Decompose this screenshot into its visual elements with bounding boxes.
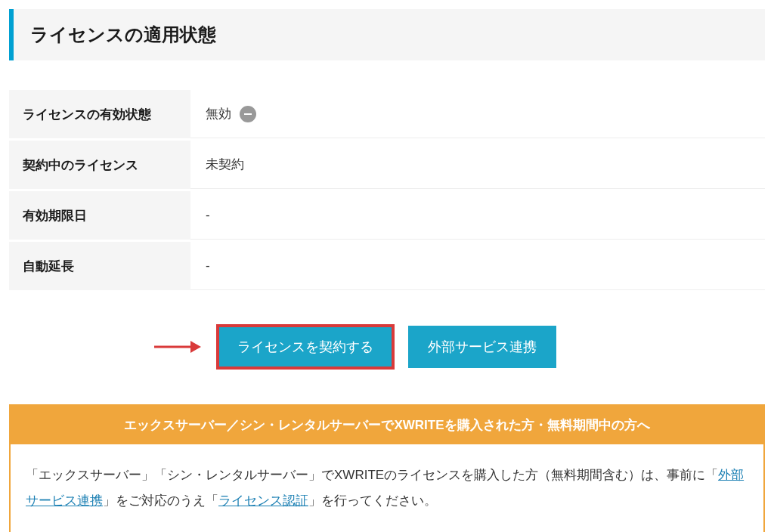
license-auth-link[interactable]: ライセンス認証 <box>218 493 308 508</box>
notice-header: エックスサーバー／シン・レンタルサーバーでXWRITEを購入された方・無料期間中… <box>11 406 763 444</box>
notice-text: 「エックスサーバー」「シン・レンタルサーバー」でXWRITEのライセンスを購入し… <box>26 468 718 482</box>
notice-box: エックスサーバー／シン・レンタルサーバーでXWRITEを購入された方・無料期間中… <box>9 404 765 532</box>
notice-text: 」を行ってください。 <box>308 493 437 508</box>
button-row: ライセンスを契約する 外部サービス連携 <box>9 326 765 368</box>
status-value: 未契約 <box>190 141 765 189</box>
section-title: ライセンスの適用状態 <box>30 23 748 47</box>
notice-text: 」をご対応のうえ「 <box>103 493 218 508</box>
status-label: ライセンスの有効状態 <box>9 90 190 138</box>
section-header: ライセンスの適用状態 <box>9 9 765 60</box>
status-value: 無効 <box>190 90 765 138</box>
table-row: 有効期限日 - <box>9 191 765 240</box>
status-text: 無効 <box>206 107 231 121</box>
notice-body: 「エックスサーバー」「シン・レンタルサーバー」でXWRITEのライセンスを購入し… <box>11 444 763 532</box>
status-value: - <box>190 242 765 290</box>
license-contract-button[interactable]: ライセンスを契約する <box>218 326 393 368</box>
status-label: 自動延長 <box>9 242 190 290</box>
table-row: 自動延長 - <box>9 242 765 290</box>
status-label: 契約中のライセンス <box>9 141 190 189</box>
minus-icon <box>240 106 256 122</box>
svg-marker-1 <box>190 341 201 353</box>
license-status-table: ライセンスの有効状態 無効 契約中のライセンス 未契約 有効期限日 - 自動延長… <box>9 88 765 292</box>
status-label: 有効期限日 <box>9 191 190 240</box>
status-value: - <box>190 191 765 240</box>
table-row: 契約中のライセンス 未契約 <box>9 141 765 189</box>
table-row: ライセンスの有効状態 無効 <box>9 90 765 138</box>
external-service-button[interactable]: 外部サービス連携 <box>408 326 556 368</box>
arrow-icon <box>153 339 201 355</box>
